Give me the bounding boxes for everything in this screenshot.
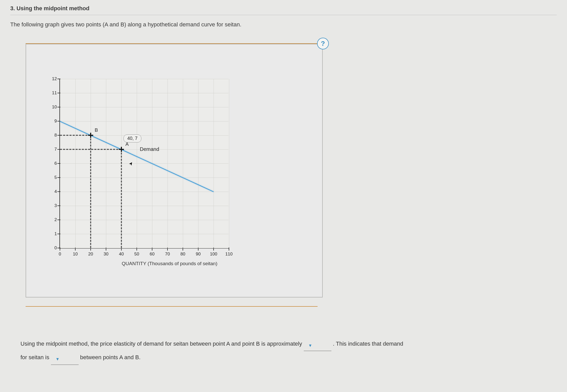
tick-x-label: 30 <box>104 252 109 257</box>
elasticity-value-dropdown[interactable]: ▼ <box>304 341 331 351</box>
tick-y <box>57 79 60 79</box>
tick-y <box>57 107 60 107</box>
tick-x-label: 110 <box>225 252 233 257</box>
tick-y-label: 5 <box>47 175 57 180</box>
answer-text-1: Using the midpoint method, the price ela… <box>20 341 302 347</box>
gridline-horizontal <box>60 234 228 234</box>
answer-paragraph: Using the midpoint method, the price ela… <box>20 337 557 365</box>
separator-bottom <box>26 306 318 307</box>
question-header: 3. Using the midpoint method <box>10 5 557 15</box>
tick-x-label: 40 <box>119 252 124 257</box>
answer-text-4: between points A and B. <box>80 354 141 360</box>
chevron-down-icon: ▼ <box>308 341 312 350</box>
tick-y <box>57 248 60 248</box>
gridline-vertical <box>75 79 76 247</box>
guide-horizontal <box>60 135 91 136</box>
tick-y-label: 2 <box>47 217 57 222</box>
tick-y <box>57 191 60 192</box>
chart-container: ? PRICE (Dollars per pound) QUANTITY (Th… <box>26 44 323 297</box>
point-label-b: B <box>95 127 98 133</box>
tick-x-label: 10 <box>73 252 78 257</box>
gridline-vertical <box>137 79 137 247</box>
tick-x-label: 90 <box>196 252 201 257</box>
plot-area[interactable]: 0102030405060708090100110012345678910111… <box>59 79 229 249</box>
gridline-vertical <box>214 79 214 247</box>
tick-x-label: 0 <box>59 252 61 257</box>
tick-x-label: 70 <box>165 252 170 257</box>
gridline-horizontal <box>60 178 228 178</box>
question-number: 3. <box>10 5 15 12</box>
plot: PRICE (Dollars per pound) QUANTITY (Thou… <box>59 79 280 267</box>
tick-y-label: 11 <box>47 90 57 96</box>
question-title: Using the midpoint method <box>16 5 89 12</box>
gridline-vertical <box>106 79 106 247</box>
tick-y-label: 1 <box>47 231 57 236</box>
elasticity-type-dropdown[interactable]: ▼ <box>51 355 79 365</box>
gridline-horizontal <box>60 107 228 107</box>
gridline-horizontal <box>60 192 228 192</box>
gridline-vertical <box>229 79 229 247</box>
guide-vertical <box>121 149 122 248</box>
gridline-horizontal <box>60 121 228 121</box>
tick-x <box>229 247 229 251</box>
tick-y-label: 7 <box>47 147 57 152</box>
tick-y-label: 9 <box>47 119 57 124</box>
gridline-horizontal <box>60 206 228 206</box>
gridline-horizontal <box>60 248 228 248</box>
x-axis-label: QUANTITY (Thousands of pounds of seitan) <box>122 261 217 266</box>
help-icon: ? <box>321 40 325 48</box>
tick-y <box>57 177 60 178</box>
tick-y-label: 6 <box>47 161 57 166</box>
guide-horizontal <box>60 149 121 150</box>
tick-y-label: 0 <box>47 245 57 251</box>
tick-x-label: 20 <box>88 252 93 257</box>
tick-x-label: 100 <box>210 252 217 257</box>
tick-x-label: 80 <box>181 252 185 257</box>
guide-vertical <box>90 135 91 248</box>
tick-y-label: 10 <box>47 105 57 110</box>
tooltip: 40, 7 <box>123 135 141 142</box>
answer-text-3: for seitan is <box>20 354 49 360</box>
tick-y <box>57 220 60 220</box>
gridline-vertical <box>167 79 168 247</box>
tick-y-label: 3 <box>47 203 57 208</box>
answer-text-2: . This indicates that demand <box>333 341 403 347</box>
question-prompt: The following graph gives two points (A … <box>10 21 557 28</box>
tick-y-label: 8 <box>47 133 57 138</box>
tick-y <box>57 205 60 206</box>
tick-y-label: 4 <box>47 189 57 194</box>
series-label-demand: Demand <box>140 146 159 152</box>
tick-y-label: 12 <box>47 76 57 81</box>
gridline-vertical <box>183 79 183 247</box>
tick-y <box>57 234 60 234</box>
gridline-vertical <box>198 79 198 247</box>
tick-x-label: 60 <box>150 252 155 257</box>
question-page: 3. Using the midpoint method The followi… <box>0 0 567 392</box>
gridline-horizontal <box>60 79 228 79</box>
cursor-icon: ➤ <box>128 160 134 167</box>
tick-y <box>57 93 60 93</box>
gridline-horizontal <box>60 163 228 164</box>
gridline-horizontal <box>60 93 228 93</box>
tick-y <box>57 163 60 164</box>
chevron-down-icon: ▼ <box>56 355 60 364</box>
help-button[interactable]: ? <box>317 38 329 49</box>
gridline-horizontal <box>60 220 228 220</box>
tick-x-label: 50 <box>134 252 139 257</box>
